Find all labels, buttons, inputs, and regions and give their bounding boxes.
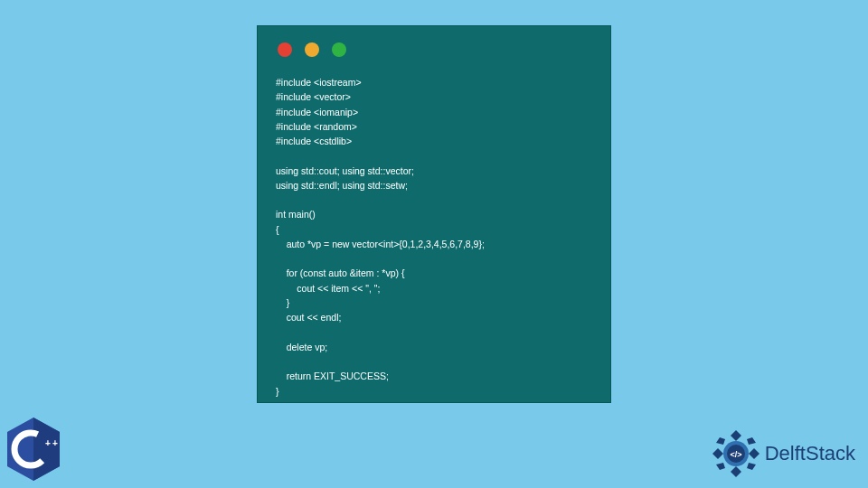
delftstack-label: DelftStack bbox=[765, 442, 855, 465]
svg-marker-5 bbox=[731, 430, 741, 441]
code-block: #include <iostream> #include <vector> #i… bbox=[276, 75, 592, 399]
close-icon[interactable] bbox=[278, 42, 292, 57]
svg-marker-10 bbox=[716, 437, 725, 445]
delftstack-badge-icon: </> bbox=[711, 428, 761, 479]
window-traffic-lights bbox=[278, 42, 592, 57]
svg-marker-1 bbox=[33, 418, 60, 481]
cpp-logo-icon: + + bbox=[4, 416, 63, 483]
svg-text:+: + bbox=[45, 438, 51, 448]
code-window: #include <iostream> #include <vector> #i… bbox=[257, 25, 611, 403]
svg-marker-8 bbox=[749, 448, 760, 459]
svg-marker-11 bbox=[747, 463, 756, 470]
svg-marker-12 bbox=[716, 463, 725, 470]
svg-marker-7 bbox=[712, 448, 723, 459]
maximize-icon[interactable] bbox=[332, 42, 346, 57]
svg-marker-9 bbox=[747, 437, 756, 445]
svg-text:</>: </> bbox=[730, 450, 741, 459]
delftstack-logo: </> DelftStack bbox=[711, 428, 855, 479]
svg-marker-6 bbox=[731, 466, 741, 477]
svg-text:+: + bbox=[52, 438, 58, 448]
minimize-icon[interactable] bbox=[305, 42, 319, 57]
